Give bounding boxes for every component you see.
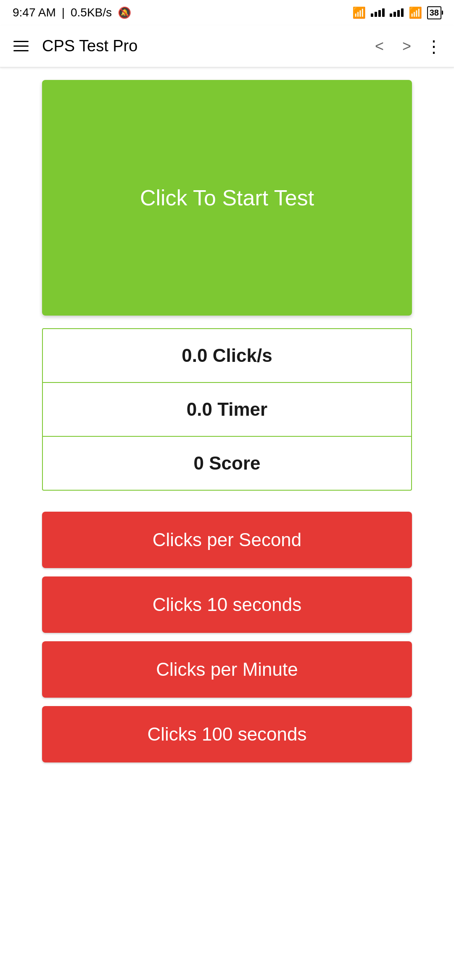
- status-bar: 9:47 AM | 0.5KB/s 🔕 📶 📶 38: [0, 0, 454, 25]
- clicks-per-minute-button[interactable]: Clicks per Minute: [42, 641, 412, 698]
- status-data-speed: 0.5KB/s: [71, 6, 112, 19]
- clicks-100-seconds-button[interactable]: Clicks 100 seconds: [42, 706, 412, 762]
- score-value: 0 Score: [194, 453, 261, 474]
- clicks-per-second-stat: 0.0 Click/s: [43, 329, 411, 383]
- status-time: 9:47 AM: [13, 6, 56, 19]
- notification-mute-icon: 🔕: [118, 6, 131, 19]
- bluetooth-icon: 📶: [352, 6, 366, 19]
- app-title: CPS Test Pro: [34, 37, 368, 55]
- status-separator: |: [62, 6, 65, 19]
- battery-level: 38: [430, 8, 439, 18]
- status-time-speed: 9:47 AM | 0.5KB/s 🔕: [13, 6, 131, 19]
- back-button[interactable]: <: [368, 35, 391, 58]
- clicks-value: 0.0 Click/s: [182, 345, 272, 366]
- status-icons: 📶 📶 38: [352, 6, 441, 19]
- main-content: Click To Start Test 0.0 Click/s 0.0 Time…: [0, 67, 454, 775]
- app-bar: CPS Test Pro < > ⋮: [0, 25, 454, 67]
- nav-icons: < > ⋮: [368, 35, 446, 58]
- battery-indicator: 38: [427, 6, 441, 19]
- timer-value: 0.0 Timer: [187, 399, 267, 420]
- click-area-label: Click To Start Test: [140, 185, 314, 210]
- timer-stat: 0.0 Timer: [43, 383, 411, 437]
- wifi-icon: 📶: [409, 6, 422, 19]
- clicks-10-seconds-button[interactable]: Clicks 10 seconds: [42, 576, 412, 633]
- stats-box: 0.0 Click/s 0.0 Timer 0 Score: [42, 328, 412, 491]
- menu-button[interactable]: [8, 34, 34, 59]
- forward-button[interactable]: >: [395, 35, 418, 58]
- mode-buttons: Clicks per Second Clicks 10 seconds Clic…: [42, 512, 412, 762]
- clicks-per-second-button[interactable]: Clicks per Second: [42, 512, 412, 568]
- signal-bars-1: [371, 8, 385, 17]
- click-to-start-button[interactable]: Click To Start Test: [42, 80, 412, 316]
- score-stat: 0 Score: [43, 437, 411, 490]
- signal-bars-2: [390, 8, 404, 17]
- more-options-button[interactable]: ⋮: [422, 35, 446, 58]
